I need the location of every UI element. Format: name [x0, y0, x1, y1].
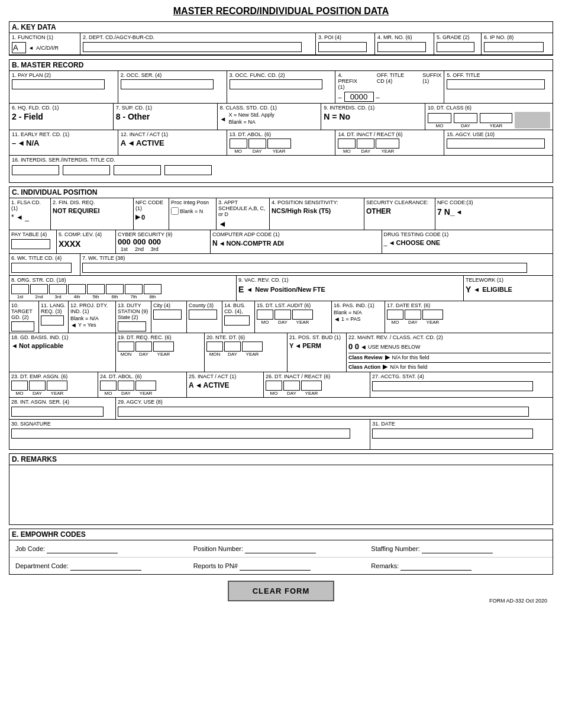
- empowhr-row1: Job Code: Position Number: Staffing Numb…: [9, 540, 553, 558]
- nte-dt-mon[interactable]: [206, 342, 223, 352]
- org-str-4th[interactable]: [68, 284, 86, 294]
- dt-req-rec-day[interactable]: [135, 342, 152, 352]
- wk-title-cd-input[interactable]: [11, 263, 72, 273]
- c-acctg-stat: 27. ACCTG. STAT. (4): [370, 372, 553, 397]
- occ-func-input[interactable]: [230, 79, 322, 89]
- reports-to-input[interactable]: [240, 561, 311, 571]
- function-input[interactable]: [12, 42, 26, 53]
- interdis-ser-input4[interactable]: [164, 165, 212, 175]
- off-title-cd-input[interactable]: [344, 92, 374, 102]
- c-appt-sched: 3. APPT SCHEDULE A,B, C, or D ◄: [217, 198, 270, 230]
- org-str-1st[interactable]: [11, 284, 29, 294]
- dt-inact-year-c[interactable]: [301, 381, 322, 391]
- c-dt-inact-c: 26. DT. INACT / REACT (6) MO DAY YEAR: [264, 372, 370, 397]
- dt-inact-mo-b[interactable]: [338, 138, 356, 149]
- dt-abol-year-c[interactable]: [135, 381, 156, 391]
- lst-audit-year[interactable]: [292, 310, 313, 320]
- grade-input[interactable]: [437, 42, 474, 52]
- dt-class-mo-input[interactable]: [428, 113, 451, 123]
- empowhr-remarks-input[interactable]: [400, 561, 471, 571]
- c-fin-dis-value: NOT REQUIREI: [53, 207, 131, 214]
- dept-code-input[interactable]: [70, 561, 141, 571]
- staffing-number-input[interactable]: [422, 544, 493, 553]
- agcy-use-b-input[interactable]: [447, 138, 545, 149]
- bus-cd-input[interactable]: [224, 315, 250, 326]
- c-row4: 8. ORG. STR. CD. (18) 1st 2nd 3rd: [9, 276, 553, 301]
- dt-abol-mo-b[interactable]: [230, 138, 247, 149]
- ip-no-input[interactable]: [484, 42, 544, 52]
- poi-input[interactable]: [318, 42, 367, 52]
- wk-title-input[interactable]: [82, 263, 527, 273]
- pay-plan-input[interactable]: [12, 79, 105, 89]
- acctg-stat-input[interactable]: [372, 381, 533, 391]
- clear-form-button[interactable]: CLEAR FORM: [228, 581, 335, 601]
- c-proj-dty: 12. PROJ. DTY. IND. (1) Blank = N/A ◄ Y …: [69, 301, 116, 333]
- duty-city-input[interactable]: [153, 310, 182, 320]
- target-gd-input[interactable]: [11, 321, 34, 331]
- b-row2: 6. HQ. FLD. CD. (1) 2 - Field 7. SUP. CD…: [9, 104, 553, 130]
- int-asgn-ser-input[interactable]: [11, 407, 104, 417]
- c-comp-lev: 5. COMP. LEV. (4) XXXX: [57, 230, 116, 253]
- interdis-ser-input1[interactable]: [12, 165, 59, 175]
- c-row3: 6. WK. TITLE CD. (4) 7. WK. TITLE (38): [9, 254, 553, 276]
- dt-req-rec-mon[interactable]: [118, 342, 134, 352]
- lst-audit-day[interactable]: [274, 310, 291, 320]
- dt-abol-year-b[interactable]: [267, 138, 291, 149]
- duty-state-input[interactable]: [118, 321, 146, 331]
- off-title-input[interactable]: [447, 79, 545, 89]
- agcy-use-c-input[interactable]: [118, 407, 529, 417]
- dt-abol-day-c[interactable]: [118, 381, 134, 391]
- b-dt-inact: 14. DT. INACT / REACT (6) MO DAY YEAR: [335, 130, 444, 155]
- dt-emp-asgn-mo[interactable]: [11, 381, 28, 391]
- proc-integ-checkbox[interactable]: [171, 207, 179, 215]
- dt-abol-day-b[interactable]: [248, 138, 266, 149]
- b-sup-cd: 7. SUP. CD. (1) 8 - Other: [114, 104, 218, 130]
- pay-table-input[interactable]: [11, 239, 50, 249]
- dt-abol-mo-c[interactable]: [100, 381, 117, 391]
- dt-class-year-input[interactable]: [480, 113, 512, 123]
- dept-input[interactable]: [83, 42, 302, 52]
- job-code-input[interactable]: [47, 544, 118, 553]
- signature-input[interactable]: [11, 429, 350, 439]
- lst-audit-mo[interactable]: [257, 310, 273, 320]
- dropdown-arrow-icon[interactable]: ◄: [28, 45, 34, 51]
- field-dept: 2. DEPT. CD./AGCY-BUR-CD.: [80, 33, 316, 54]
- date-est-year[interactable]: [422, 310, 443, 320]
- org-str-3rd[interactable]: [49, 284, 67, 294]
- dt-inact-year-b[interactable]: [376, 138, 399, 149]
- remarks-textarea[interactable]: [12, 468, 550, 521]
- date-est-mo[interactable]: [387, 310, 403, 320]
- mr-no-input[interactable]: [377, 42, 426, 52]
- org-str-7th[interactable]: [125, 284, 143, 294]
- empowhr-staffing-number: Staffing Number:: [370, 543, 548, 555]
- org-str-2nd[interactable]: [30, 284, 48, 294]
- interdis-ser-input3[interactable]: [114, 165, 161, 175]
- dt-inact-day-b[interactable]: [357, 138, 374, 149]
- nte-dt-year[interactable]: [242, 342, 263, 352]
- position-number-input[interactable]: [245, 544, 316, 553]
- dt-emp-asgn-day[interactable]: [29, 381, 46, 391]
- org-str-8th[interactable]: [144, 284, 162, 294]
- dt-class-day-input[interactable]: [454, 113, 477, 123]
- nte-dt-day[interactable]: [224, 342, 241, 352]
- empowhr-remarks: Remarks:: [370, 560, 548, 572]
- c-duty-state: 13. DUTY STATION (9) State (2): [116, 301, 151, 333]
- c-pos-sensitivity: 4. POSITION SENSITIVITY: NCS/High Risk (…: [270, 198, 364, 230]
- c-nfc-code: NFC CODE (1) ▶ 0: [134, 198, 169, 230]
- c-flsa: 1. FLSA CD. (1) * ◄ _: [9, 198, 51, 230]
- date-est-day[interactable]: [405, 310, 421, 320]
- occ-ser-input[interactable]: [121, 79, 214, 89]
- c-cyber-sec: CYBER SECURITY (9) 000 1st 000 2nd 000 3…: [116, 230, 211, 253]
- lang-req-input[interactable]: [41, 315, 64, 326]
- c-drug-testing: DRUG TESTING CODE (1) _ ◄ CHOOSE ONE: [382, 230, 553, 253]
- interdis-ser-input2[interactable]: [63, 165, 110, 175]
- duty-county-input[interactable]: [189, 310, 217, 320]
- org-str-5th[interactable]: [87, 284, 105, 294]
- date-input[interactable]: [372, 429, 533, 439]
- key-data-row: 1. FUNCTION (1) ◄ A/C/D/I/R 2. DEPT. CD.…: [9, 33, 553, 55]
- dt-req-rec-year[interactable]: [153, 342, 174, 352]
- dt-inact-mo-c[interactable]: [266, 381, 282, 391]
- org-str-6th[interactable]: [106, 284, 124, 294]
- dt-inact-day-c[interactable]: [283, 381, 300, 391]
- dt-emp-asgn-year[interactable]: [47, 381, 67, 391]
